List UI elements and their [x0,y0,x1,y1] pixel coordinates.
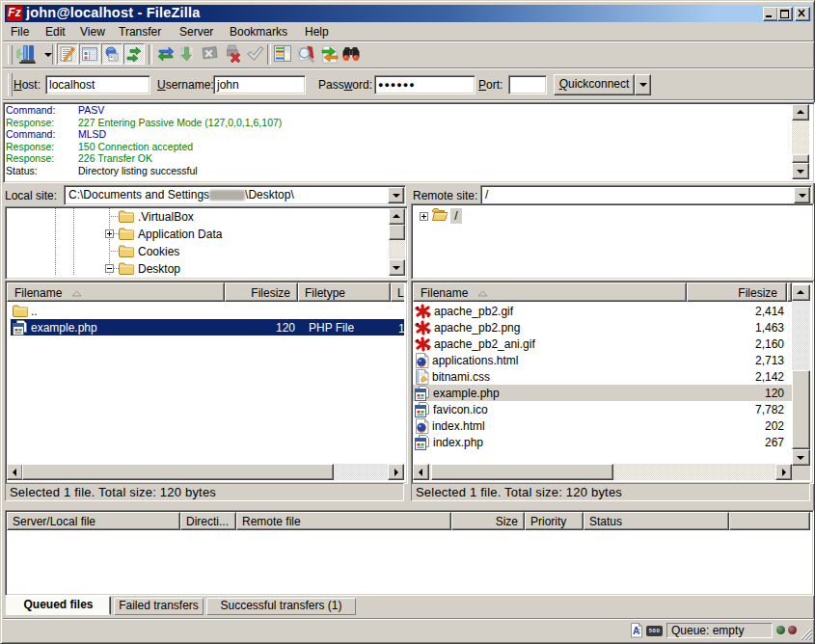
svg-text:A: A [633,626,639,636]
